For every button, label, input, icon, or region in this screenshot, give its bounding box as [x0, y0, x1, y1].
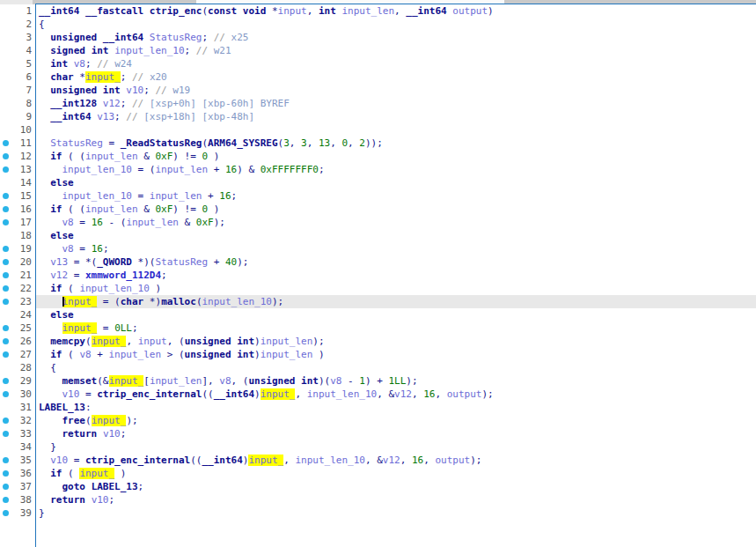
code-token: __int128: [50, 98, 97, 109]
code-line[interactable]: 9 __int64 v13; // [xsp+18h] [xbp-48h]: [0, 110, 756, 123]
code-token: }: [39, 441, 56, 453]
code-line[interactable]: 6 char *input_; // x20: [0, 70, 756, 84]
code-line[interactable]: 8 __int128 v12; // [xsp+0h] [xbp-60h] BY…: [0, 97, 756, 110]
line-number: 1: [26, 4, 32, 18]
code-line[interactable]: 24 else: [0, 308, 756, 322]
code-token: int: [319, 5, 336, 17]
code-token: > (: [161, 349, 185, 360]
code-text: if ( v8 + input_len > (unsigned int)inpu…: [36, 348, 756, 361]
code-token: ,: [400, 455, 412, 466]
code-token: v12: [383, 455, 400, 466]
code-token: else: [50, 230, 74, 241]
line-gutter: 22: [0, 282, 36, 295]
code-token: );: [272, 296, 283, 307]
code-token: int: [92, 45, 109, 56]
code-token: ): [254, 349, 261, 360]
code-line[interactable]: 7 unsigned int v10; // w19: [0, 84, 756, 97]
code-token: v10: [92, 494, 109, 506]
code-token: void: [243, 5, 267, 17]
code-line[interactable]: 35 v10 = ctrip_enc_internal((__int64)inp…: [0, 454, 756, 467]
line-gutter: 31: [0, 401, 36, 414]
code-line[interactable]: 27 if ( v8 + input_len > (unsigned int)i…: [0, 348, 756, 361]
code-text: if ( (input_len & 0xF) != 0 ): [36, 150, 756, 163]
code-line[interactable]: 34 }: [0, 440, 756, 454]
code-line[interactable]: 28 {: [0, 361, 756, 374]
line-mark-dot-icon: [3, 219, 9, 225]
code-token: v10: [62, 388, 80, 400]
code-line[interactable]: 29 memset(&input_[input_len], v8, (unsig…: [0, 374, 756, 388]
line-mark-dot-icon: [3, 140, 9, 146]
code-line[interactable]: 5 int v8; // w24: [0, 57, 756, 70]
code-line[interactable]: 12 if ( (input_len & 0xF) != 0 ): [0, 150, 756, 163]
code-token: x20: [150, 71, 167, 83]
code-token: int: [301, 375, 319, 387]
code-token: &: [179, 217, 196, 228]
code-token: [39, 111, 50, 122]
code-token: else: [50, 309, 74, 321]
code-line[interactable]: 4 signed int input_len_10; // w21: [0, 44, 756, 57]
code-line[interactable]: 20 v13 = *(_QWORD *)(StatusReg + 40);: [0, 255, 756, 269]
code-token: ;: [185, 45, 196, 56]
line-number: 25: [20, 322, 32, 335]
line-gutter: 18: [0, 229, 36, 242]
code-line[interactable]: 21 v12 = xmmword_112D4;: [0, 269, 756, 282]
code-line[interactable]: 23 input_ = (char *)malloc(input_len_10)…: [0, 295, 756, 308]
code-line[interactable]: 19 v8 = 16;: [0, 242, 756, 255]
highlighted-token: input_: [92, 336, 127, 347]
code-line[interactable]: 33 return v10;: [0, 427, 756, 440]
code-token: input_len: [85, 151, 138, 162]
code-line[interactable]: 31LABEL_13:: [0, 401, 756, 414]
line-mark-dot-icon: [3, 484, 9, 490]
line-mark-dot-icon: [3, 378, 9, 384]
code-token: [39, 283, 50, 294]
code-line[interactable]: 16 if ( (input_len & 0xF) != 0 ): [0, 203, 756, 216]
code-line[interactable]: 3 unsigned __int64 StatusReg; // x25: [0, 31, 756, 44]
line-mark-dot-icon: [3, 510, 9, 516]
code-line[interactable]: 26 memcpy(input_, input, (unsigned int)i…: [0, 335, 756, 348]
code-token: memcpy: [50, 336, 85, 347]
code-line[interactable]: 18 else: [0, 229, 756, 242]
code-line[interactable]: 38 return v10;: [0, 493, 756, 506]
line-gutter: 7: [0, 84, 36, 97]
code-line[interactable]: 10: [0, 123, 756, 137]
code-line[interactable]: 17 v8 = 16 - (input_len & 0xF);: [0, 216, 756, 229]
code-token: w24: [114, 58, 132, 70]
line-gutter: 15: [0, 189, 36, 203]
line-number: 30: [20, 388, 32, 401]
code-token: [39, 296, 62, 307]
code-line[interactable]: 22 if ( input_len_10 ): [0, 282, 756, 295]
code-token: +: [92, 349, 109, 360]
code-token: [39, 468, 50, 479]
code-token: +: [202, 190, 219, 202]
highlighted-token: input_: [261, 388, 296, 400]
code-line[interactable]: 14 else: [0, 176, 756, 189]
line-number: 33: [20, 427, 32, 440]
code-line[interactable]: 30 v10 = ctrip_enc_internal((__int64)inp…: [0, 388, 756, 401]
code-line[interactable]: 36 if ( input_ ): [0, 467, 756, 480]
line-gutter: 3: [0, 31, 36, 44]
code-token: ;: [143, 85, 155, 96]
code-line[interactable]: 2{: [0, 18, 756, 31]
line-gutter: 23: [0, 295, 36, 308]
code-text: }: [36, 506, 756, 520]
code-token: [39, 45, 50, 56]
code-line[interactable]: 37 goto LABEL_13;: [0, 480, 756, 493]
code-token: ,: [412, 388, 423, 400]
code-line[interactable]: 1__int64 __fastcall ctrip_enc(const void…: [0, 4, 756, 18]
line-number: 18: [20, 229, 32, 242]
code-line[interactable]: 11 StatusReg = _ReadStatusReg(ARM64_SYSR…: [0, 137, 756, 150]
code-line[interactable]: 15 input_len_10 = input_len + 16;: [0, 189, 756, 203]
code-line[interactable]: 25 input_ = 0LL;: [0, 322, 756, 335]
line-mark-dot-icon: [3, 470, 9, 477]
code-text: if ( input_len_10 ): [36, 282, 756, 295]
code-token: [39, 349, 50, 360]
line-number: 6: [26, 70, 32, 84]
code-line[interactable]: 32 free(input_);: [0, 414, 756, 427]
code-token: //: [155, 85, 172, 96]
code-line[interactable]: 39}: [0, 506, 756, 520]
code-token: ));: [365, 137, 383, 149]
line-gutter: 10: [0, 123, 36, 137]
code-token: v13: [50, 256, 68, 268]
code-token: *): [143, 296, 161, 307]
code-line[interactable]: 13 input_len_10 = (input_len + 16) & 0xF…: [0, 163, 756, 176]
